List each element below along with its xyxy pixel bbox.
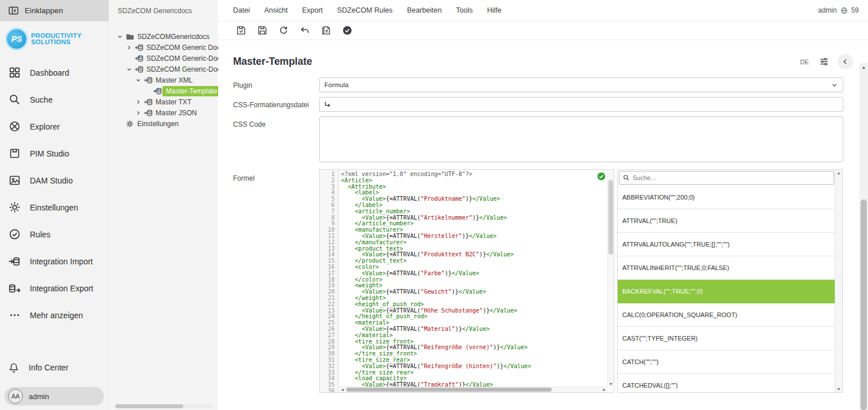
display-settings-button[interactable] bbox=[817, 55, 831, 69]
tree-expander-right-icon[interactable] bbox=[125, 45, 134, 50]
tree-expander-right-icon[interactable] bbox=[134, 99, 143, 105]
tree-node-einstellungen[interactable]: Einstellungen bbox=[110, 118, 218, 129]
plugin-select[interactable]: Formula bbox=[319, 77, 843, 92]
editor-vscroll-thumb[interactable] bbox=[609, 180, 613, 255]
validate-button[interactable] bbox=[339, 23, 355, 38]
line-content[interactable]: <Value>{=ATTRVAL("Höhe Schubstange")}</V… bbox=[339, 308, 517, 314]
line-content[interactable]: <height_of_push_rod> bbox=[339, 302, 424, 308]
editor-scroll-left-arrow[interactable]: ◄ bbox=[340, 387, 344, 393]
tree-node-master-txt[interactable]: Master TXT bbox=[110, 96, 218, 107]
function-search-input[interactable] bbox=[633, 174, 830, 181]
function-item-abbreviation[interactable]: ABBREVIATION("";200;0) bbox=[618, 186, 835, 209]
menu-export[interactable]: Export bbox=[302, 6, 323, 14]
function-item-backrefval[interactable]: BACKREFVAL("";TRUE;"";0) bbox=[618, 280, 835, 303]
function-item-calc[interactable]: CALC(0;OPERATION_SQUARE_ROOT) bbox=[618, 303, 835, 327]
tree-node-master-json[interactable]: Master JSON bbox=[110, 107, 218, 118]
menu-bearbeiten[interactable]: Bearbeiten bbox=[407, 6, 441, 14]
user-session-indicator[interactable]: admin 59 bbox=[818, 6, 859, 14]
sidebar-item-integration-import[interactable]: Integration Import bbox=[0, 248, 108, 275]
tree-expander-right-icon[interactable] bbox=[134, 110, 143, 116]
editor-scroll-down-arrow[interactable]: ▼ bbox=[608, 382, 614, 386]
line-content[interactable]: <?xml version="1.0" encoding="UTF-8"?> bbox=[339, 171, 472, 178]
function-item-catch[interactable]: CATCH("";"") bbox=[618, 350, 835, 374]
paste-button[interactable] bbox=[318, 23, 334, 38]
menu-datei[interactable]: Datei bbox=[233, 6, 250, 14]
line-content[interactable]: <Value>{=ATTRVAL("Farbe")}</Value> bbox=[339, 271, 479, 277]
sidebar-item-explorer[interactable]: Explorer bbox=[0, 113, 108, 140]
line-content[interactable]: </color> bbox=[339, 277, 382, 283]
page-vertical-scrollbar[interactable]: ▲ bbox=[859, 63, 868, 410]
function-item-attrval[interactable]: ATTRVAL("";TRUE) bbox=[618, 209, 835, 233]
line-content[interactable]: <color> bbox=[339, 264, 379, 271]
line-content[interactable]: <weight> bbox=[339, 283, 382, 289]
tree-horizontal-scrollbar[interactable] bbox=[115, 404, 213, 408]
line-content[interactable]: <Value>{=ATTRVAL("Artikelnummer")}</Valu… bbox=[339, 215, 507, 221]
editor-scroll-right-arrow[interactable]: ► bbox=[602, 387, 606, 393]
line-content[interactable]: <tire_size_front> bbox=[339, 339, 413, 345]
line-content[interactable]: </label> bbox=[339, 202, 382, 209]
sidebar-collapse-button[interactable]: Einklappen bbox=[0, 0, 108, 21]
line-content[interactable]: <Value>{=ATTRVAL("Material")}</Value> bbox=[339, 326, 490, 333]
page-scroll-up-arrow[interactable]: ▲ bbox=[859, 65, 868, 70]
line-content[interactable]: <Value>{=ATTRVAL("Gewicht")}</Value> bbox=[339, 289, 486, 295]
sidebar-item-rules[interactable]: Rules bbox=[0, 221, 108, 248]
line-content[interactable]: </article_number> bbox=[339, 221, 413, 227]
page-scrollbar-thumb[interactable] bbox=[861, 200, 867, 410]
function-item-catchedval[interactable]: CATCHEDVAL([];"") bbox=[618, 374, 835, 393]
function-item-cast[interactable]: CAST("";TYPE_INTEGER) bbox=[618, 327, 835, 350]
save-validate-button[interactable] bbox=[233, 23, 249, 38]
tree-expander-down-icon[interactable] bbox=[134, 77, 143, 83]
line-content[interactable]: <Article> bbox=[339, 178, 372, 184]
sidebar-item-pim-studio[interactable]: PIM Studio bbox=[0, 140, 108, 167]
collapse-detail-button[interactable] bbox=[838, 54, 853, 69]
line-content[interactable]: <label> bbox=[339, 190, 379, 196]
line-content[interactable]: <Value>{=ATTRVAL("Produkttext B2C")}</Va… bbox=[339, 252, 514, 258]
line-content[interactable]: </height_of_push_rod> bbox=[339, 314, 428, 320]
tree-node-sdzecomgenericdocs[interactable]: SDZeCOMGenericdocs bbox=[110, 31, 218, 42]
line-content[interactable]: </material> bbox=[339, 333, 393, 339]
function-scroll-up-arrow[interactable]: ▲ bbox=[835, 171, 842, 175]
tree-scrollbar-thumb[interactable] bbox=[115, 404, 183, 408]
undo-button[interactable] bbox=[297, 23, 312, 38]
sidebar-item-dashboard[interactable]: Dashboard bbox=[0, 59, 108, 86]
line-content[interactable]: </tire_size_rear> bbox=[339, 370, 413, 376]
reload-button[interactable] bbox=[276, 23, 291, 38]
css-file-link-icon[interactable] bbox=[323, 100, 332, 109]
line-content[interactable]: <tire_size_rear> bbox=[339, 357, 410, 364]
editor-hscroll-thumb[interactable] bbox=[346, 388, 552, 392]
menu-ansicht[interactable]: Ansicht bbox=[264, 6, 288, 14]
menu-tools[interactable]: Tools bbox=[456, 6, 472, 14]
line-content[interactable]: </manufacturer> bbox=[339, 240, 406, 246]
line-content[interactable]: </product_text> bbox=[339, 258, 406, 264]
menu-sdzecom-rules[interactable]: SDZeCOM Rules bbox=[337, 6, 393, 14]
language-badge[interactable]: DE bbox=[800, 58, 809, 65]
line-content[interactable]: <Value>{=ATTRVAL("Hersteller")}</Value> bbox=[339, 233, 497, 240]
function-list-scrollbar[interactable]: ▲ ▼ bbox=[835, 170, 842, 392]
sidebar-item-integration-export[interactable]: Integration Export bbox=[0, 275, 108, 302]
line-content[interactable]: <article_number> bbox=[339, 209, 410, 215]
function-item-attrvalautolang[interactable]: ATTRVALAUTOLANG("";TRUE;[];"";"") bbox=[618, 233, 835, 256]
css-code-textarea[interactable] bbox=[319, 116, 843, 162]
tree-node-master-xml[interactable]: Master XML bbox=[110, 75, 218, 85]
sidebar-item-info-center[interactable]: Info Center bbox=[0, 356, 108, 379]
tree-node-sdzecom-generic-doc-struk[interactable]: SDZeCOM Generic-Doc Struk bbox=[110, 53, 218, 64]
css-file-input[interactable] bbox=[334, 101, 839, 108]
line-content[interactable]: <Value>{=ATTRVAL("Reifengröße (vorne)")}… bbox=[339, 345, 528, 351]
line-content[interactable]: <Value>{=ATTRVAL("Reifengröße (hinten)")… bbox=[339, 364, 531, 370]
function-item-attrvalinherit[interactable]: ATTRVALINHERIT("";TRUE;0;FALSE) bbox=[618, 256, 835, 280]
tree-node-sdzecom-generic-doc-artike[interactable]: SDZeCOM Generic-Doc Artike bbox=[110, 64, 218, 75]
function-search-box[interactable] bbox=[619, 171, 834, 185]
menu-hilfe[interactable]: Hilfe bbox=[487, 6, 502, 14]
tree-expander-down-icon[interactable] bbox=[115, 34, 125, 40]
sidebar-item-dam-studio[interactable]: DAM Studio bbox=[0, 167, 108, 194]
line-content[interactable]: </tire_size_front> bbox=[339, 351, 417, 357]
editor-horizontal-scrollbar[interactable]: ◄ ► bbox=[339, 386, 607, 392]
tree-node-master-template[interactable]: Master-Template bbox=[110, 85, 218, 96]
sidebar-item-mehr-anzeigen[interactable]: Mehr anzeigen bbox=[0, 302, 108, 329]
save-button[interactable] bbox=[254, 23, 270, 38]
line-content[interactable]: <Attribute> bbox=[339, 184, 386, 190]
line-content[interactable]: <manufacturer> bbox=[339, 227, 403, 233]
sidebar-item-suche[interactable]: Suche bbox=[0, 86, 108, 113]
user-menu[interactable]: AA admin bbox=[5, 387, 104, 405]
line-content[interactable]: <Value>{=ATTRVAL("Produktname")}</Value> bbox=[339, 196, 500, 202]
